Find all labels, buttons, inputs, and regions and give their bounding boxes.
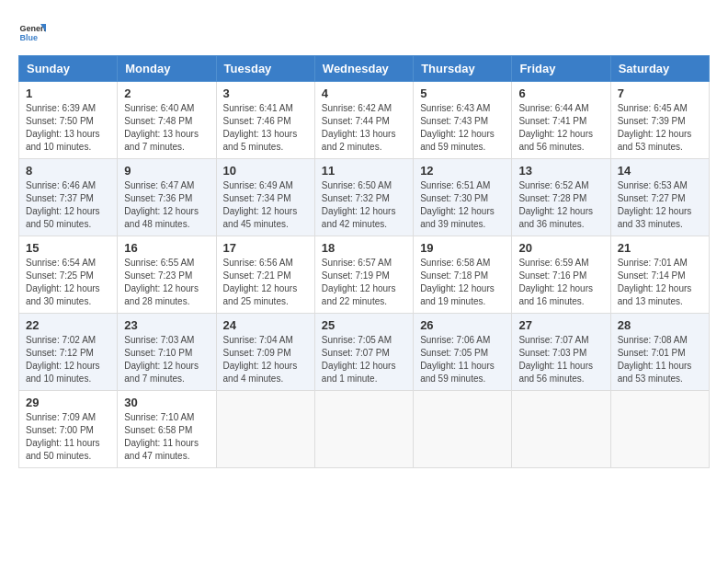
calendar-cell: 3Sunrise: 6:41 AMSunset: 7:46 PMDaylight… bbox=[216, 82, 314, 159]
cell-content: Sunrise: 6:51 AMSunset: 7:30 PMDaylight:… bbox=[420, 179, 505, 231]
svg-text:Blue: Blue bbox=[20, 33, 39, 42]
calendar-cell: 8Sunrise: 6:46 AMSunset: 7:37 PMDaylight… bbox=[19, 159, 118, 236]
day-number: 12 bbox=[420, 164, 505, 178]
cell-content: Sunrise: 6:41 AMSunset: 7:46 PMDaylight:… bbox=[223, 102, 308, 154]
cell-content: Sunrise: 7:10 AMSunset: 6:58 PMDaylight:… bbox=[124, 411, 209, 463]
calendar-cell bbox=[610, 391, 709, 468]
calendar-cell: 16Sunrise: 6:55 AMSunset: 7:23 PMDayligh… bbox=[118, 236, 216, 314]
cell-content: Sunrise: 6:42 AMSunset: 7:44 PMDaylight:… bbox=[322, 102, 406, 154]
cell-content: Sunrise: 6:58 AMSunset: 7:18 PMDaylight:… bbox=[420, 257, 505, 308]
calendar-cell: 11Sunrise: 6:50 AMSunset: 7:32 PMDayligh… bbox=[314, 159, 413, 236]
header-sunday: Sunday bbox=[19, 56, 118, 82]
week-row-5: 29Sunrise: 7:09 AMSunset: 7:00 PMDayligh… bbox=[19, 391, 710, 468]
calendar-cell: 25Sunrise: 7:05 AMSunset: 7:07 PMDayligh… bbox=[314, 314, 413, 391]
day-number: 20 bbox=[518, 241, 603, 255]
cell-content: Sunrise: 6:57 AMSunset: 7:19 PMDaylight:… bbox=[322, 257, 406, 308]
day-number: 13 bbox=[518, 164, 603, 178]
day-number: 14 bbox=[618, 164, 702, 178]
cell-content: Sunrise: 6:53 AMSunset: 7:27 PMDaylight:… bbox=[618, 179, 702, 231]
cell-content: Sunrise: 6:55 AMSunset: 7:23 PMDaylight:… bbox=[124, 257, 209, 308]
day-number: 22 bbox=[26, 318, 110, 332]
calendar-cell: 21Sunrise: 7:01 AMSunset: 7:14 PMDayligh… bbox=[610, 236, 709, 314]
cell-content: Sunrise: 6:47 AMSunset: 7:36 PMDaylight:… bbox=[124, 179, 209, 231]
calendar-cell: 26Sunrise: 7:06 AMSunset: 7:05 PMDayligh… bbox=[414, 314, 512, 391]
cell-content: Sunrise: 7:06 AMSunset: 7:05 PMDaylight:… bbox=[420, 334, 505, 385]
day-number: 28 bbox=[618, 318, 702, 332]
calendar-cell: 12Sunrise: 6:51 AMSunset: 7:30 PMDayligh… bbox=[414, 159, 512, 236]
calendar-cell: 2Sunrise: 6:40 AMSunset: 7:48 PMDaylight… bbox=[118, 82, 216, 159]
cell-content: Sunrise: 6:49 AMSunset: 7:34 PMDaylight:… bbox=[223, 179, 308, 231]
calendar-cell: 5Sunrise: 6:43 AMSunset: 7:43 PMDaylight… bbox=[414, 82, 512, 159]
cell-content: Sunrise: 7:01 AMSunset: 7:14 PMDaylight:… bbox=[618, 257, 702, 308]
day-number: 2 bbox=[124, 86, 209, 100]
days-header-row: SundayMondayTuesdayWednesdayThursdayFrid… bbox=[19, 56, 710, 82]
calendar-cell bbox=[216, 391, 314, 468]
calendar-cell: 23Sunrise: 7:03 AMSunset: 7:10 PMDayligh… bbox=[118, 314, 216, 391]
calendar-cell: 20Sunrise: 6:59 AMSunset: 7:16 PMDayligh… bbox=[512, 236, 610, 314]
day-number: 19 bbox=[420, 241, 505, 255]
day-number: 1 bbox=[26, 86, 110, 100]
calendar-table: SundayMondayTuesdayWednesdayThursdayFrid… bbox=[18, 55, 710, 468]
cell-content: Sunrise: 7:08 AMSunset: 7:01 PMDaylight:… bbox=[618, 334, 702, 385]
logo-icon: General Blue bbox=[18, 18, 46, 46]
header-wednesday: Wednesday bbox=[314, 56, 413, 82]
calendar-cell: 22Sunrise: 7:02 AMSunset: 7:12 PMDayligh… bbox=[19, 314, 118, 391]
header-monday: Monday bbox=[118, 56, 216, 82]
day-number: 11 bbox=[322, 164, 406, 178]
calendar-cell: 4Sunrise: 6:42 AMSunset: 7:44 PMDaylight… bbox=[314, 82, 413, 159]
calendar-cell bbox=[414, 391, 512, 468]
day-number: 9 bbox=[124, 164, 209, 178]
cell-content: Sunrise: 7:03 AMSunset: 7:10 PMDaylight:… bbox=[124, 334, 209, 385]
header: General Blue bbox=[18, 18, 710, 46]
cell-content: Sunrise: 6:52 AMSunset: 7:28 PMDaylight:… bbox=[518, 179, 603, 231]
cell-content: Sunrise: 7:04 AMSunset: 7:09 PMDaylight:… bbox=[223, 334, 308, 385]
day-number: 23 bbox=[124, 318, 209, 332]
header-thursday: Thursday bbox=[414, 56, 512, 82]
calendar-cell: 30Sunrise: 7:10 AMSunset: 6:58 PMDayligh… bbox=[118, 391, 216, 468]
calendar-cell: 14Sunrise: 6:53 AMSunset: 7:27 PMDayligh… bbox=[610, 159, 709, 236]
logo: General Blue bbox=[18, 18, 46, 46]
cell-content: Sunrise: 6:46 AMSunset: 7:37 PMDaylight:… bbox=[26, 179, 110, 231]
day-number: 8 bbox=[26, 164, 110, 178]
day-number: 17 bbox=[223, 241, 308, 255]
calendar-cell: 10Sunrise: 6:49 AMSunset: 7:34 PMDayligh… bbox=[216, 159, 314, 236]
cell-content: Sunrise: 6:59 AMSunset: 7:16 PMDaylight:… bbox=[518, 257, 603, 308]
header-friday: Friday bbox=[512, 56, 610, 82]
day-number: 18 bbox=[322, 241, 406, 255]
day-number: 30 bbox=[124, 396, 209, 409]
day-number: 21 bbox=[618, 241, 702, 255]
cell-content: Sunrise: 7:05 AMSunset: 7:07 PMDaylight:… bbox=[322, 334, 406, 385]
calendar-cell: 1Sunrise: 6:39 AMSunset: 7:50 PMDaylight… bbox=[19, 82, 118, 159]
day-number: 26 bbox=[420, 318, 505, 332]
day-number: 4 bbox=[322, 86, 406, 100]
cell-content: Sunrise: 6:50 AMSunset: 7:32 PMDaylight:… bbox=[322, 179, 406, 231]
day-number: 27 bbox=[518, 318, 603, 332]
cell-content: Sunrise: 6:39 AMSunset: 7:50 PMDaylight:… bbox=[26, 102, 110, 154]
cell-content: Sunrise: 6:43 AMSunset: 7:43 PMDaylight:… bbox=[420, 102, 505, 154]
day-number: 3 bbox=[223, 86, 308, 100]
calendar-cell: 9Sunrise: 6:47 AMSunset: 7:36 PMDaylight… bbox=[118, 159, 216, 236]
calendar-cell: 29Sunrise: 7:09 AMSunset: 7:00 PMDayligh… bbox=[19, 391, 118, 468]
calendar-cell: 28Sunrise: 7:08 AMSunset: 7:01 PMDayligh… bbox=[610, 314, 709, 391]
week-row-2: 8Sunrise: 6:46 AMSunset: 7:37 PMDaylight… bbox=[19, 159, 710, 236]
cell-content: Sunrise: 6:40 AMSunset: 7:48 PMDaylight:… bbox=[124, 102, 209, 154]
week-row-3: 15Sunrise: 6:54 AMSunset: 7:25 PMDayligh… bbox=[19, 236, 710, 314]
day-number: 15 bbox=[26, 241, 110, 255]
day-number: 6 bbox=[518, 86, 603, 100]
day-number: 5 bbox=[420, 86, 505, 100]
calendar-cell: 7Sunrise: 6:45 AMSunset: 7:39 PMDaylight… bbox=[610, 82, 709, 159]
day-number: 16 bbox=[124, 241, 209, 255]
calendar-cell: 13Sunrise: 6:52 AMSunset: 7:28 PMDayligh… bbox=[512, 159, 610, 236]
cell-content: Sunrise: 6:56 AMSunset: 7:21 PMDaylight:… bbox=[223, 257, 308, 308]
calendar-cell: 15Sunrise: 6:54 AMSunset: 7:25 PMDayligh… bbox=[19, 236, 118, 314]
calendar-cell: 18Sunrise: 6:57 AMSunset: 7:19 PMDayligh… bbox=[314, 236, 413, 314]
header-tuesday: Tuesday bbox=[216, 56, 314, 82]
calendar-cell: 19Sunrise: 6:58 AMSunset: 7:18 PMDayligh… bbox=[414, 236, 512, 314]
week-row-1: 1Sunrise: 6:39 AMSunset: 7:50 PMDaylight… bbox=[19, 82, 710, 159]
day-number: 29 bbox=[26, 396, 110, 409]
cell-content: Sunrise: 7:09 AMSunset: 7:00 PMDaylight:… bbox=[26, 411, 110, 463]
calendar-cell: 6Sunrise: 6:44 AMSunset: 7:41 PMDaylight… bbox=[512, 82, 610, 159]
cell-content: Sunrise: 7:07 AMSunset: 7:03 PMDaylight:… bbox=[518, 334, 603, 385]
cell-content: Sunrise: 7:02 AMSunset: 7:12 PMDaylight:… bbox=[26, 334, 110, 385]
week-row-4: 22Sunrise: 7:02 AMSunset: 7:12 PMDayligh… bbox=[19, 314, 710, 391]
